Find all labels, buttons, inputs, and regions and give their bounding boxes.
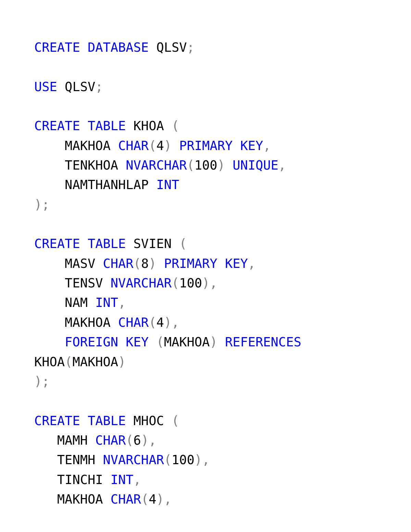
code-token: REFERENCES bbox=[225, 335, 301, 349]
code-token bbox=[149, 335, 156, 349]
code-token: 8 bbox=[141, 256, 149, 271]
code-token: MAKHOA bbox=[34, 492, 111, 507]
sql-source: CREATE DATABASE QLSV; USE QLSV; CREATE T… bbox=[34, 40, 301, 507]
code-token: ( bbox=[65, 355, 72, 369]
code-token: 100 bbox=[179, 276, 202, 290]
code-token: ), bbox=[141, 433, 157, 448]
code-token: PRIMARY KEY bbox=[164, 256, 248, 271]
code-token: NVARCHAR bbox=[126, 158, 187, 173]
code-token: TINCHI bbox=[34, 472, 111, 487]
code-token: QLSV bbox=[57, 79, 95, 94]
code-token: ; bbox=[187, 40, 195, 55]
code-token: , bbox=[134, 472, 141, 487]
code-token: NAMTHANHLAP bbox=[34, 177, 156, 192]
code-token: MHOC bbox=[126, 413, 172, 428]
code-token: INT bbox=[156, 177, 179, 192]
code-token: KHOA bbox=[34, 355, 65, 369]
code-token: INT bbox=[111, 472, 134, 487]
code-token bbox=[225, 158, 233, 173]
code-token: ( bbox=[172, 119, 179, 133]
code-token bbox=[172, 138, 179, 153]
code-token: ; bbox=[95, 79, 103, 94]
code-token: TENSV bbox=[34, 276, 111, 290]
code-token: 4 bbox=[156, 138, 164, 153]
code-token: , bbox=[248, 256, 256, 271]
code-token: 100 bbox=[172, 453, 195, 467]
code-token: TENMH bbox=[34, 453, 103, 467]
code-token: UNIQUE bbox=[233, 158, 278, 173]
code-token: ( bbox=[134, 256, 141, 271]
code-block: CREATE DATABASE QLSV; USE QLSV; CREATE T… bbox=[0, 0, 411, 509]
code-token: ); bbox=[34, 374, 50, 389]
code-token: MAKHOA bbox=[34, 315, 118, 330]
code-token: NVARCHAR bbox=[111, 276, 172, 290]
code-token: TENKHOA bbox=[34, 158, 126, 173]
code-token: SVIEN bbox=[126, 236, 179, 251]
code-token: FOREIGN KEY bbox=[65, 335, 149, 349]
code-token: MASV bbox=[34, 256, 103, 271]
code-token: NVARCHAR bbox=[103, 453, 164, 467]
code-token bbox=[156, 256, 164, 271]
code-token: MAMH bbox=[34, 433, 95, 448]
code-token: ( bbox=[141, 492, 149, 507]
code-token: ), bbox=[156, 492, 172, 507]
code-token: MAKHOA bbox=[34, 138, 118, 153]
code-token: 4 bbox=[156, 315, 164, 330]
code-token: QLSV bbox=[149, 40, 187, 55]
code-token: , bbox=[278, 158, 286, 173]
code-token: , bbox=[118, 295, 126, 310]
code-token: ( bbox=[164, 453, 172, 467]
code-token: CHAR bbox=[111, 492, 141, 507]
code-token: ( bbox=[172, 276, 179, 290]
code-token: CREATE DATABASE bbox=[34, 40, 149, 55]
code-token bbox=[217, 335, 225, 349]
code-token: CREATE TABLE bbox=[34, 236, 126, 251]
code-token: PRIMARY KEY bbox=[179, 138, 263, 153]
code-token: 4 bbox=[149, 492, 156, 507]
code-token: ) bbox=[149, 256, 156, 271]
code-token: ( bbox=[156, 335, 164, 349]
code-token: INT bbox=[95, 295, 118, 310]
code-token: MAKHOA bbox=[72, 355, 118, 369]
code-token: ( bbox=[179, 236, 187, 251]
code-token: USE bbox=[34, 79, 57, 94]
code-token: MAKHOA bbox=[164, 335, 210, 349]
code-token: NAM bbox=[34, 295, 95, 310]
code-token: CHAR bbox=[118, 138, 149, 153]
code-token: CREATE TABLE bbox=[34, 119, 126, 133]
code-token: 100 bbox=[195, 158, 217, 173]
code-token: ), bbox=[195, 453, 210, 467]
code-token: CHAR bbox=[103, 256, 133, 271]
code-token bbox=[34, 335, 65, 349]
code-token: ( bbox=[126, 433, 133, 448]
code-token: ) bbox=[164, 138, 172, 153]
code-token: ( bbox=[187, 158, 195, 173]
code-token: ( bbox=[172, 413, 179, 428]
code-token: , bbox=[263, 138, 271, 153]
code-token: ) bbox=[210, 335, 217, 349]
code-token: 6 bbox=[134, 433, 141, 448]
code-token: CREATE TABLE bbox=[34, 413, 126, 428]
code-token: ), bbox=[164, 315, 179, 330]
code-token: KHOA bbox=[126, 119, 172, 133]
code-token: ) bbox=[118, 355, 126, 369]
code-token: CHAR bbox=[118, 315, 149, 330]
code-token: ); bbox=[34, 197, 50, 212]
code-token: ) bbox=[217, 158, 225, 173]
code-token: ( bbox=[149, 315, 156, 330]
code-token: ), bbox=[202, 276, 217, 290]
code-token: ( bbox=[149, 138, 156, 153]
code-token: CHAR bbox=[95, 433, 126, 448]
